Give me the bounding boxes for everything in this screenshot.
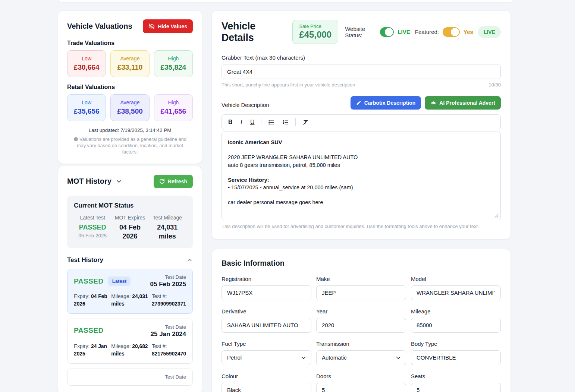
current-mot-status: Current MOT Status Latest Test PASSED 05… — [67, 196, 193, 249]
bold-button[interactable]: B — [227, 118, 234, 126]
trade-average-value: £33,110 — [113, 63, 147, 72]
test-history-title: Test History — [67, 256, 103, 264]
description-service-history: Service History: • 15/07/2025 - annual_s… — [228, 176, 494, 192]
field-mileage: Mileage — [411, 308, 501, 333]
numbered-list-button[interactable] — [281, 118, 290, 126]
test-number-label: Test #: — [152, 294, 167, 299]
field-derivative: Derivative — [221, 308, 311, 333]
test-status: PASSED — [74, 326, 104, 335]
website-status-toggle[interactable] — [380, 27, 394, 37]
refresh-button[interactable]: Refresh — [154, 175, 193, 188]
carbotix-description-button[interactable]: Carbotix Description — [351, 96, 421, 110]
transmission-select[interactable] — [316, 350, 406, 365]
model-input[interactable] — [411, 285, 501, 300]
refresh-icon — [159, 178, 165, 184]
trade-high-label: High — [157, 56, 190, 61]
toggle-knob — [451, 28, 459, 36]
trade-low-label: Low — [70, 56, 103, 61]
trade-average-label: Average — [113, 56, 147, 61]
retail-high-box: High £41,656 — [154, 94, 193, 121]
year-label: Year — [316, 308, 406, 314]
field-doors: Doors — [316, 373, 406, 392]
trade-valuations-title: Trade Valuations — [67, 40, 193, 47]
test-date-label: Test Date — [151, 324, 186, 330]
latest-badge: Latest — [108, 276, 131, 286]
seats-input[interactable] — [411, 383, 501, 392]
clear-formatting-button[interactable] — [301, 118, 310, 126]
fuel-type-select[interactable] — [221, 350, 311, 365]
underline-button[interactable]: U — [249, 118, 256, 126]
retail-average-box: Average £38,500 — [110, 94, 149, 121]
vehicle-description-editor[interactable]: Iconic American SUV 2020 JEEP WRANGLER S… — [221, 132, 501, 220]
page: Vehicle Valuations Hide Values Trade Val… — [0, 0, 575, 392]
registration-input[interactable] — [221, 285, 311, 300]
mot-expires-column: MOT Expires 04 Feb 2026 — [111, 215, 148, 241]
valuations-disclaimer: Valuations are provided as a general gui… — [70, 136, 190, 155]
toolbar-divider — [261, 118, 261, 126]
test-mileage-column: Test Mileage 24,031 miles — [149, 215, 186, 241]
doors-input[interactable] — [316, 383, 406, 392]
vehicle-valuations-title: Vehicle Valuations — [67, 22, 132, 31]
latest-test-label: Latest Test — [75, 215, 110, 221]
mot-expires-value: 04 Feb 2026 — [113, 223, 147, 241]
fuel-type-label: Fuel Type — [221, 341, 311, 347]
chevron-up-icon[interactable] — [187, 257, 193, 263]
field-fuel-type: Fuel Type — [221, 341, 311, 365]
mileage-input[interactable] — [411, 318, 501, 333]
mileage-label: Mileage: — [111, 344, 131, 349]
derivative-input[interactable] — [221, 318, 311, 333]
refresh-label: Refresh — [168, 178, 187, 184]
retail-high-value: £41,656 — [157, 107, 190, 116]
derivative-label: Derivative — [221, 308, 311, 314]
mot-history-title: MOT History — [67, 177, 111, 186]
year-input[interactable] — [316, 318, 406, 333]
ai-professional-advert-label: AI Professional Advert — [439, 100, 495, 106]
italic-button[interactable]: I — [239, 118, 243, 126]
website-status-label: Website Status: — [345, 26, 376, 38]
grabber-text-label: Grabber Text (max 30 characters) — [221, 54, 501, 61]
entry-test-number: Test #: 273909902371 — [152, 293, 186, 308]
transmission-label: Transmission — [316, 341, 406, 347]
trade-average-box: Average £33,110 — [110, 50, 149, 77]
hide-values-button[interactable]: Hide Values — [143, 19, 193, 33]
test-mileage-value: 24,031 miles — [150, 223, 185, 241]
colour-input[interactable] — [221, 383, 311, 392]
vehicle-description-label: Vehicle Description — [221, 102, 269, 108]
test-history-entry: PASSED Test Date 25 Jan 2024 Expiry: 24 … — [67, 319, 193, 364]
info-icon — [73, 137, 78, 142]
current-mot-status-title: Current MOT Status — [74, 202, 186, 209]
latest-test-date: 05 Feb 2025 — [75, 233, 110, 238]
resize-handle-icon[interactable] — [494, 214, 499, 218]
test-number-value: 273909902371 — [152, 301, 186, 307]
entry-mileage: Mileage: 24,031 miles — [111, 293, 149, 308]
description-heading: Iconic American SUV — [228, 139, 494, 146]
body-type-input[interactable] — [411, 350, 501, 365]
test-date-label: Test Date — [165, 374, 186, 380]
expiry-label: Expiry: — [74, 294, 89, 299]
field-colour: Colour — [221, 373, 311, 392]
test-date-value: 05 Feb 2025 — [150, 281, 186, 288]
seats-label: Seats — [411, 373, 501, 379]
ai-professional-advert-button[interactable]: AI Professional Advert — [425, 96, 501, 110]
test-history-entry: Test Date — [67, 369, 193, 386]
trade-high-value: £35,824 — [157, 63, 190, 72]
basic-information-title: Basic Information — [221, 259, 501, 268]
retail-valuations-row: Low £35,656 Average £38,500 High £41,656 — [67, 94, 193, 121]
website-status-value: LIVE — [398, 29, 410, 35]
chevron-down-icon[interactable] — [116, 178, 122, 185]
sale-price-label: Sale Price — [299, 23, 332, 29]
right-column: Vehicle Details Sale Price £45,000 Websi… — [211, 10, 511, 392]
field-seats: Seats — [411, 373, 501, 392]
featured-group: Featured: Yes — [415, 27, 473, 37]
featured-toggle[interactable] — [443, 27, 460, 37]
description-summary: 2020 JEEP WRANGLER SAHARA UNLIMITED AUTO… — [228, 154, 494, 169]
entry-expiry: Expiry: 04 Feb 2026 — [74, 293, 108, 308]
make-input[interactable] — [316, 285, 406, 300]
description-helper-text: This description will be used for advert… — [221, 224, 501, 229]
latest-test-result: PASSED — [75, 223, 110, 232]
registration-label: Registration — [221, 276, 311, 282]
grabber-text-input[interactable] — [221, 64, 501, 79]
field-year: Year — [316, 308, 406, 333]
description-line: auto 8 gears transmission, petrol, 85,00… — [228, 162, 340, 168]
bullet-list-button[interactable] — [267, 118, 276, 126]
